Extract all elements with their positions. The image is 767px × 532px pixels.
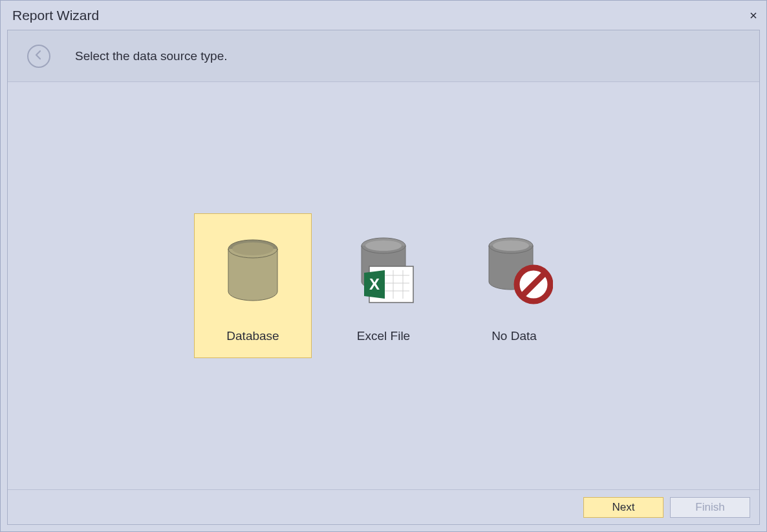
option-label: No Data <box>492 329 537 343</box>
svg-point-3 <box>232 242 274 255</box>
no-data-icon <box>456 214 572 326</box>
instruction-bar: Select the data source type. <box>8 30 759 82</box>
option-label: Database <box>226 329 279 343</box>
svg-point-15 <box>493 240 529 251</box>
wizard-window: Report Wizard Select the data source typ… <box>0 0 767 532</box>
back-button[interactable] <box>27 45 50 68</box>
svg-text:X: X <box>369 275 380 293</box>
finish-button: Finish <box>670 497 750 518</box>
option-no-data[interactable]: No Data <box>455 213 573 358</box>
window-title: Report Wizard <box>12 8 99 23</box>
footer: Next Finish <box>8 489 759 524</box>
options-area: Database <box>8 82 759 489</box>
database-icon <box>195 214 311 326</box>
option-label: Excel File <box>357 329 410 343</box>
close-button[interactable] <box>747 9 760 22</box>
excel-file-icon: X <box>325 214 442 326</box>
next-button-label: Next <box>612 501 635 514</box>
content-panel: Select the data source type. Database <box>7 30 760 525</box>
next-button[interactable]: Next <box>583 497 664 518</box>
options-row: Database <box>194 213 573 358</box>
finish-button-label: Finish <box>695 501 724 514</box>
instruction-text: Select the data source type. <box>75 49 228 63</box>
arrow-left-icon <box>33 49 45 63</box>
close-icon <box>750 10 757 21</box>
option-excel-file[interactable]: X Excel File <box>325 213 442 358</box>
option-database[interactable]: Database <box>194 213 312 358</box>
svg-point-5 <box>365 240 402 251</box>
titlebar: Report Wizard <box>1 1 766 30</box>
